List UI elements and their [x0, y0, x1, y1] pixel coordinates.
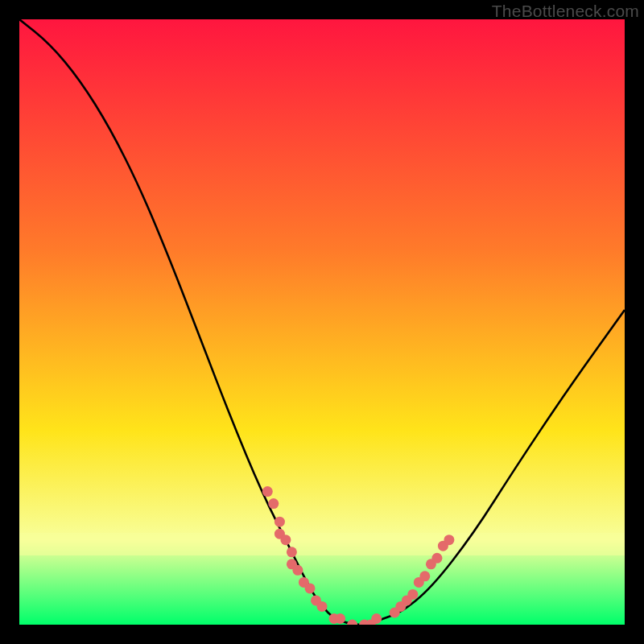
data-dot: [335, 613, 345, 624]
data-dot: [268, 498, 279, 509]
data-dot: [262, 486, 273, 497]
bottleneck-chart: [19, 19, 625, 625]
data-dot: [371, 613, 382, 624]
data-dot: [287, 547, 297, 557]
data-dot: [305, 583, 316, 593]
chart-frame: [19, 19, 625, 625]
data-dot: [407, 589, 418, 600]
data-dot: [292, 565, 303, 576]
pale-band: [19, 533, 625, 555]
data-dot: [419, 571, 430, 581]
data-dot: [280, 535, 291, 545]
data-dot: [317, 601, 328, 612]
watermark-text: TheBottleneck.com: [492, 2, 639, 21]
data-dot: [275, 517, 285, 527]
data-dot: [431, 553, 442, 564]
data-dot: [444, 535, 454, 545]
